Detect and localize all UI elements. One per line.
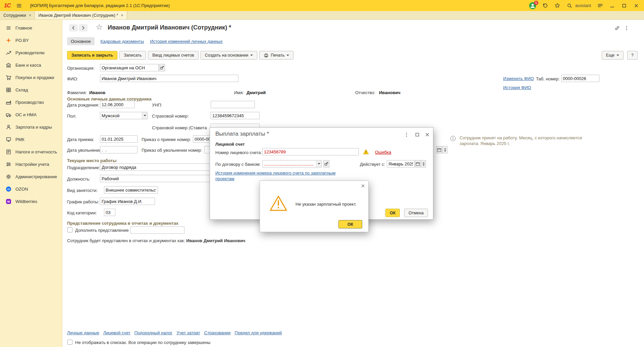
sidebar-item-grid[interactable]: Склад	[0, 84, 62, 96]
link-cost-accounting[interactable]: Учет затрат	[176, 330, 200, 335]
link-icon[interactable]	[614, 25, 620, 31]
tab-close-icon[interactable]: ×	[29, 13, 32, 17]
bank-contract-open-icon[interactable]	[323, 160, 329, 167]
hide-employee-checkbox[interactable]	[67, 340, 72, 345]
hide-employee-label: Не отображать в списках. Все операции по…	[75, 340, 211, 345]
dialog-close-icon[interactable]	[425, 132, 430, 137]
dialog-more-icon[interactable]	[404, 132, 409, 137]
org-input[interactable]	[100, 64, 159, 71]
minimize-icon[interactable]	[609, 3, 615, 9]
calendar-icon[interactable]	[415, 160, 421, 167]
hire-info-text: Сотрудник принят на работу. Месяц, с кот…	[460, 135, 594, 146]
tab-employees[interactable]: Сотрудники×	[0, 11, 35, 19]
org-open-icon[interactable]	[159, 64, 165, 71]
open-windows-tabbar: Сотрудники×Иванов Дмитрий Иванович (Сотр…	[0, 11, 644, 20]
history-icon[interactable]	[542, 3, 548, 9]
alert-close-icon[interactable]	[361, 184, 366, 189]
fio-input[interactable]	[100, 75, 238, 82]
maximize-icon[interactable]	[621, 3, 627, 9]
insurance2-label: Страховой номер (Ставита	[152, 125, 207, 130]
sparkle-icon	[6, 38, 11, 43]
category-code-input[interactable]	[104, 209, 115, 216]
work-schedule-input[interactable]	[100, 198, 155, 205]
change-fio-link[interactable]: Изменить ФИО	[503, 76, 534, 81]
link-deduction-limit[interactable]: Предел для удержаний	[235, 330, 282, 335]
sidebar-item-taxes[interactable]: Налоги и отчетность	[0, 146, 62, 158]
sidebar-item-settings[interactable]: Настройки учета	[0, 158, 62, 170]
link-income-tax[interactable]: Подоходный налог	[135, 330, 172, 335]
calendar-icon[interactable]	[436, 146, 442, 153]
link-personal-data[interactable]: Личные данные	[67, 330, 99, 335]
sidebar-item-chart[interactable]: Руководителю	[0, 47, 62, 59]
info-icon	[450, 136, 456, 141]
service-menu-icon[interactable]	[597, 3, 603, 9]
link-personal-account[interactable]: Лицевой счет	[103, 330, 130, 335]
search-icon[interactable]	[567, 3, 573, 9]
print-button[interactable]: Печать	[259, 51, 293, 60]
rmk-icon	[6, 137, 11, 142]
tab-number-input[interactable]	[561, 75, 599, 82]
supplement-representation-checkbox[interactable]	[67, 227, 72, 232]
save-close-button[interactable]: Записать и закрыть	[67, 51, 117, 60]
create-based-button[interactable]: Создать на основании	[201, 51, 258, 60]
sidebar-item-sparkle[interactable]: PO.BY	[0, 34, 62, 47]
chevron-down-icon[interactable]	[316, 160, 321, 167]
help-button[interactable]: ?	[627, 51, 638, 60]
sidebar-item-production[interactable]: Производство	[0, 96, 62, 109]
close-window-icon[interactable]	[633, 3, 639, 9]
back-button[interactable]	[69, 24, 78, 31]
dismiss-date-input[interactable]	[100, 146, 138, 153]
hamburger-menu-icon[interactable]	[16, 3, 22, 9]
dialog-cancel-button[interactable]: Отмена	[404, 209, 428, 217]
link-insurance[interactable]: Страхование	[204, 330, 231, 335]
tab-personal-data-history[interactable]: История изменений личных данных	[150, 39, 222, 44]
sidebar-item-ozon[interactable]: OOZON	[0, 183, 62, 195]
fio-history-link[interactable]: История ФИО	[503, 85, 531, 90]
valid-from-spinner[interactable]	[421, 160, 426, 167]
more-icon[interactable]	[624, 25, 629, 31]
gender-combo[interactable]: Мужской	[100, 112, 148, 119]
sidebar-item-rmk[interactable]: РМК	[0, 133, 62, 146]
account-number-input[interactable]	[262, 148, 359, 155]
unp-input[interactable]	[211, 101, 255, 108]
dialog-ok-button[interactable]: ОК	[385, 209, 400, 217]
employment-type-input[interactable]	[104, 186, 158, 194]
sidebar-item-people[interactable]: Зарплата и кадры	[0, 121, 62, 133]
sidebar-item-wb[interactable]: WWildberries	[0, 195, 62, 208]
sidebar-item-assets[interactable]: ОС и НМА	[0, 109, 62, 121]
forward-button[interactable]	[79, 24, 88, 31]
save-button[interactable]: Записать	[119, 51, 146, 60]
department-input[interactable]	[100, 163, 216, 171]
org-label: Организация:	[67, 66, 95, 71]
sidebar-item-bank[interactable]: Банк и касса	[0, 59, 62, 71]
sidebar-item-gear[interactable]: Администрирование	[0, 170, 62, 183]
tab-main[interactable]: Основное	[67, 37, 95, 45]
position-input[interactable]	[100, 175, 216, 182]
production-icon	[6, 99, 11, 105]
chevron-down-icon[interactable]	[142, 112, 147, 119]
svg-text:W: W	[7, 200, 10, 203]
date-spinner[interactable]	[442, 146, 447, 153]
valid-from-input[interactable]	[387, 160, 415, 167]
insurance-number-input[interactable]	[211, 112, 260, 119]
error-link[interactable]: Ошибка	[375, 150, 391, 155]
more-actions-button[interactable]: Еще	[602, 51, 624, 60]
sidebar-item-cart[interactable]: Покупки и продажи	[0, 71, 62, 84]
birth-date-input[interactable]	[100, 101, 135, 108]
tab-hr-documents[interactable]: Кадровые документы	[101, 39, 144, 44]
account-history-link[interactable]: История изменения номера лицевого счета …	[215, 170, 343, 182]
tab-employee-card[interactable]: Иванов Дмитрий Иванович (Сотрудник) *×	[35, 11, 127, 19]
supplement-representation-input[interactable]	[130, 226, 184, 234]
user-avatar[interactable]: 1	[529, 2, 536, 9]
hire-date-input[interactable]	[100, 135, 138, 143]
favorites-star-icon[interactable]	[554, 3, 560, 9]
bank-contract-combo[interactable]	[262, 160, 322, 167]
tab-number-label: Таб. номер:	[536, 76, 560, 81]
alert-ok-button[interactable]: ОК	[338, 220, 362, 228]
dialog-maximize-icon[interactable]	[415, 132, 420, 137]
tab-close-icon[interactable]: ×	[121, 13, 123, 17]
accounts-entry-button[interactable]: Ввод лицевых счетов	[148, 51, 198, 60]
favorite-star-icon[interactable]	[96, 23, 103, 31]
representation-value: Иванов Дмитрий Иванович	[186, 238, 245, 243]
sidebar-item-menu[interactable]: Главное	[0, 22, 62, 34]
